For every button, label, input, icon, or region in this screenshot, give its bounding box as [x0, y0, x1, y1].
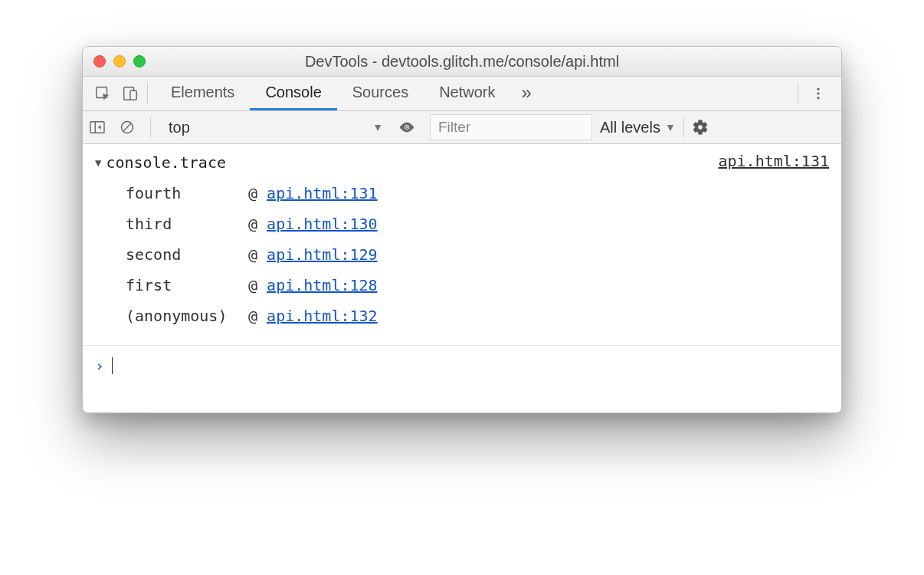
stack-frame-function: (anonymous)	[126, 301, 248, 331]
separator	[147, 83, 148, 104]
devtools-window: DevTools - devtools.glitch.me/console/ap…	[82, 46, 842, 413]
stack-frame-function: third	[126, 209, 248, 239]
zoom-window-icon[interactable]	[133, 55, 146, 67]
tabs-overflow[interactable]: »	[511, 77, 542, 110]
svg-rect-6	[90, 122, 104, 133]
trace-label: console.trace	[106, 153, 226, 172]
console-output: ▼ console.trace api.html:131 fourth @ ap…	[83, 144, 841, 412]
tab-elements[interactable]: Elements	[156, 77, 250, 110]
panel-tabs: Elements Console Sources Network »	[151, 77, 795, 110]
context-selector[interactable]: top ▼	[159, 116, 390, 139]
titlebar: DevTools - devtools.glitch.me/console/ap…	[83, 47, 841, 77]
log-levels-label: All levels	[600, 119, 660, 136]
svg-marker-8	[98, 125, 101, 129]
svg-point-4	[817, 92, 819, 94]
devtools-toolbar: Elements Console Sources Network »	[83, 77, 841, 111]
disclosure-triangle-icon[interactable]: ▼	[95, 156, 101, 169]
prompt-chevron-icon: ›	[95, 356, 104, 375]
console-message: ▼ console.trace api.html:131	[95, 152, 829, 172]
chevron-down-icon: ▼	[665, 121, 676, 133]
tab-console[interactable]: Console	[250, 77, 336, 110]
message-source-link[interactable]: api.html:131	[719, 152, 830, 170]
chevron-down-icon: ▼	[372, 121, 383, 133]
stack-frame-source-link[interactable]: api.html:128	[267, 270, 378, 301]
stack-frame-function: second	[126, 239, 248, 270]
svg-point-3	[817, 88, 819, 90]
at-glyph: @	[248, 209, 257, 239]
separator	[798, 83, 798, 104]
text-cursor	[112, 357, 113, 374]
stack-frame: first @ api.html:128	[126, 270, 829, 301]
log-levels-dropdown[interactable]: All levels ▼	[600, 119, 676, 136]
tab-sources[interactable]: Sources	[337, 77, 424, 110]
minimize-window-icon[interactable]	[113, 55, 126, 67]
context-selector-label: top	[169, 119, 190, 136]
close-window-icon[interactable]	[93, 55, 106, 67]
at-glyph: @	[248, 301, 257, 331]
svg-line-10	[123, 123, 131, 131]
kebab-menu-icon[interactable]	[801, 77, 835, 110]
tab-network[interactable]: Network	[424, 77, 510, 110]
filter-input[interactable]	[430, 114, 592, 140]
stack-frame: fourth @ api.html:131	[126, 178, 829, 209]
window-title: DevTools - devtools.glitch.me/console/ap…	[83, 53, 841, 71]
svg-point-11	[405, 126, 408, 128]
stack-frame: (anonymous) @ api.html:132	[126, 301, 829, 331]
device-toolbar-icon[interactable]	[116, 77, 144, 110]
stack-frame: third @ api.html:130	[126, 209, 829, 239]
separator	[683, 117, 684, 137]
stack-frame-source-link[interactable]: api.html:132	[267, 301, 378, 331]
at-glyph: @	[248, 178, 257, 209]
console-prompt[interactable]: ›	[95, 356, 829, 375]
separator	[150, 117, 151, 137]
console-sidebar-toggle-icon[interactable]	[89, 120, 112, 134]
svg-point-5	[817, 97, 819, 99]
clear-console-icon[interactable]	[120, 120, 143, 135]
stack-frame-function: first	[126, 270, 248, 301]
stack-frame-source-link[interactable]: api.html:130	[267, 209, 378, 239]
at-glyph: @	[248, 270, 257, 301]
stack-frame-source-link[interactable]: api.html:131	[267, 178, 378, 209]
live-expression-icon[interactable]	[398, 121, 422, 133]
inspect-element-icon[interactable]	[89, 77, 116, 110]
at-glyph: @	[248, 239, 257, 270]
stack-frame: second @ api.html:129	[126, 239, 829, 270]
stack-trace: fourth @ api.html:131 third @ api.html:1…	[126, 178, 829, 331]
stack-frame-source-link[interactable]: api.html:129	[267, 239, 378, 270]
svg-rect-2	[130, 90, 136, 100]
traffic-lights	[93, 55, 146, 67]
console-settings-icon[interactable]	[692, 119, 716, 136]
message-separator	[83, 345, 841, 346]
stack-frame-function: fourth	[126, 178, 248, 209]
console-toolbar: top ▼ All levels ▼	[83, 111, 841, 144]
